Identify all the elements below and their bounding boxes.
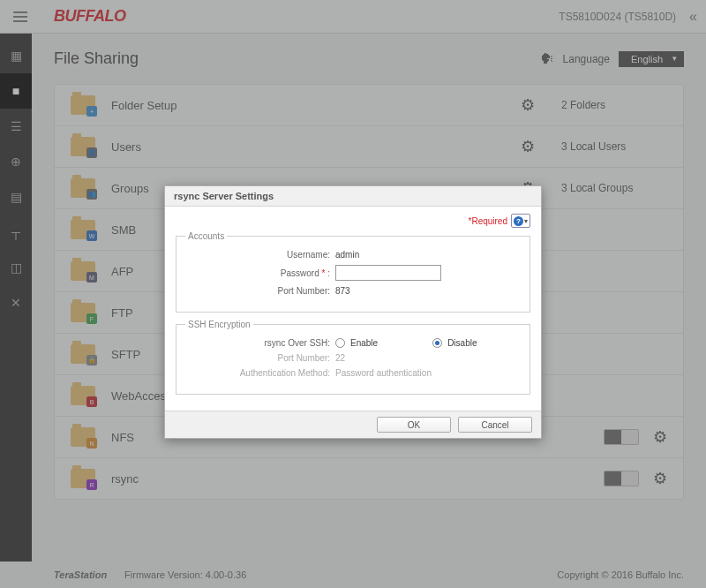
- auth-method-value: Password authentication: [335, 368, 432, 378]
- disable-label: Disable: [447, 338, 477, 348]
- help-button[interactable]: ? ▾: [511, 214, 530, 228]
- enable-label: Enable: [350, 338, 378, 348]
- password-input[interactable]: [335, 265, 441, 281]
- ssh-port-value: 22: [335, 353, 345, 363]
- disable-radio[interactable]: [432, 338, 442, 348]
- port-label: Port Number:: [185, 286, 335, 296]
- accounts-legend: Accounts: [185, 231, 227, 241]
- required-marker: *Required: [469, 216, 507, 226]
- ssh-fieldset: SSH Encryption rsync Over SSH: Enable Di…: [176, 320, 530, 395]
- rsync-ssh-label: rsync Over SSH:: [185, 338, 335, 348]
- auth-method-label: Authentication Method:: [185, 368, 335, 378]
- username-value: admin: [335, 250, 359, 260]
- ok-button[interactable]: OK: [377, 417, 451, 433]
- help-icon: ?: [514, 216, 523, 226]
- cancel-button[interactable]: Cancel: [458, 417, 532, 433]
- ssh-legend: SSH Encryption: [185, 320, 253, 329]
- ssh-port-label: Port Number:: [185, 353, 335, 363]
- accounts-fieldset: Accounts Username: admin Password * : Po…: [176, 231, 530, 313]
- username-label: Username:: [185, 250, 335, 260]
- enable-radio[interactable]: [335, 338, 345, 348]
- port-value: 873: [335, 286, 350, 296]
- password-label: Password * :: [185, 268, 335, 278]
- dialog-title: rsync Server Settings: [165, 186, 541, 207]
- rsync-settings-dialog: rsync Server Settings *Required ? ▾ Acco…: [164, 185, 542, 439]
